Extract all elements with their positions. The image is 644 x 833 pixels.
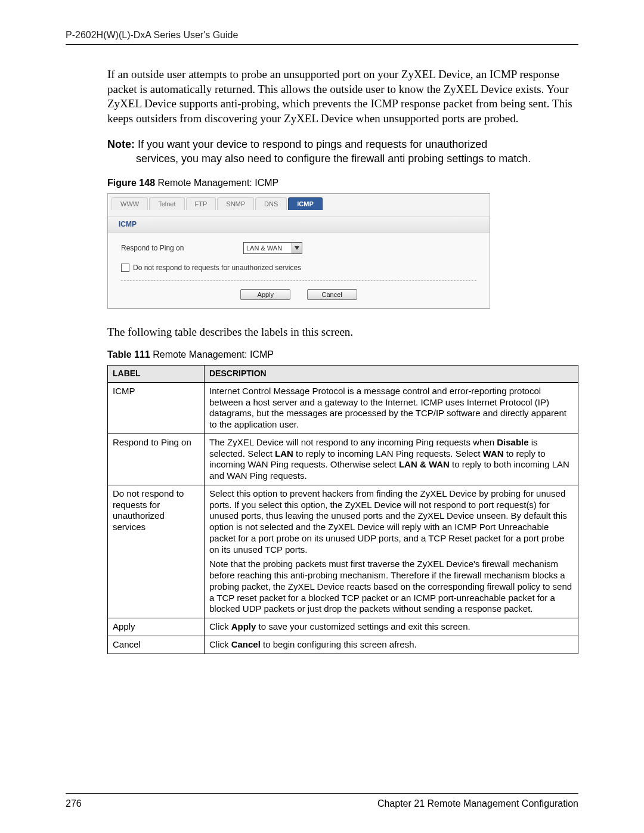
respond-select-value: LAN & WAN <box>244 244 292 253</box>
cell-description: Select this option to prevent hackers fr… <box>205 485 578 618</box>
note-text-line1: If you want your device to respond to pi… <box>138 138 487 150</box>
cell-description: Internet Control Message Protocol is a m… <box>205 382 578 433</box>
cell-label: Cancel <box>108 636 205 654</box>
table-caption: Table 111 Remote Management: ICMP <box>107 349 578 360</box>
cell-label: Respond to Ping on <box>108 433 205 485</box>
tab-icmp[interactable]: ICMP <box>288 197 323 210</box>
note-text-cont: services, you may also need to configure… <box>136 151 578 166</box>
cancel-button[interactable]: Cancel <box>307 289 357 300</box>
page-footer: 276 Chapter 21 Remote Management Configu… <box>66 793 578 809</box>
col-label: Label <box>108 366 205 383</box>
table-row: Respond to Ping onThe ZyXEL Device will … <box>108 433 578 485</box>
apply-button[interactable]: Apply <box>240 289 290 300</box>
intro-paragraph: If an outside user attempts to probe an … <box>107 67 578 126</box>
col-description: Description <box>205 366 578 383</box>
tab-ftp[interactable]: FTP <box>186 197 216 210</box>
table-row: CancelClick Cancel to begin configuring … <box>108 636 578 654</box>
table-intro-text: The following table describes the labels… <box>107 326 578 339</box>
table-row: ICMPInternet Control Message Protocol is… <box>108 382 578 433</box>
cell-description: Click Cancel to begin configuring this s… <box>205 636 578 654</box>
chevron-down-icon[interactable] <box>292 243 302 253</box>
running-header: P-2602H(W)(L)-DxA Series User's Guide <box>66 30 578 45</box>
icmp-config-panel: WWW Telnet FTP SNMP DNS ICMP ICMP Respon… <box>107 193 490 309</box>
tab-www[interactable]: WWW <box>112 197 148 210</box>
tab-dns[interactable]: DNS <box>255 197 287 210</box>
figure-number: Figure 148 <box>107 178 155 188</box>
cell-description: The ZyXEL Device will not respond to any… <box>205 433 578 485</box>
table-row: ApplyClick Apply to save your customized… <box>108 618 578 636</box>
table-number: Table 111 <box>107 349 150 360</box>
tab-snmp[interactable]: SNMP <box>217 197 254 210</box>
cell-label: Apply <box>108 618 205 636</box>
cell-description: Click Apply to save your customized sett… <box>205 618 578 636</box>
cell-label: Do not respond to requests for unauthori… <box>108 485 205 618</box>
figure-title: Remote Management: ICMP <box>155 178 278 188</box>
unauthorized-checkbox-label: Do not respond to requests for unauthori… <box>133 264 301 272</box>
note-label: Note: <box>107 138 135 150</box>
definitions-table: Label Description ICMPInternet Control M… <box>107 365 578 654</box>
cell-label: ICMP <box>108 382 205 433</box>
section-heading: ICMP <box>108 216 490 233</box>
svg-marker-0 <box>295 246 299 250</box>
unauthorized-checkbox[interactable] <box>121 264 129 272</box>
chapter-title: Chapter 21 Remote Management Configurati… <box>377 798 578 809</box>
tab-telnet[interactable]: Telnet <box>149 197 184 210</box>
figure-caption: Figure 148 Remote Management: ICMP <box>107 178 578 188</box>
page-number: 276 <box>66 798 82 809</box>
table-title: Remote Management: ICMP <box>150 349 274 360</box>
respond-label: Respond to Ping on <box>121 244 243 252</box>
respond-select[interactable]: LAN & WAN <box>243 242 302 254</box>
note-block: Note: If you want your device to respond… <box>107 137 578 166</box>
table-row: Do not respond to requests for unauthori… <box>108 485 578 618</box>
tab-bar: WWW Telnet FTP SNMP DNS ICMP <box>108 194 490 210</box>
